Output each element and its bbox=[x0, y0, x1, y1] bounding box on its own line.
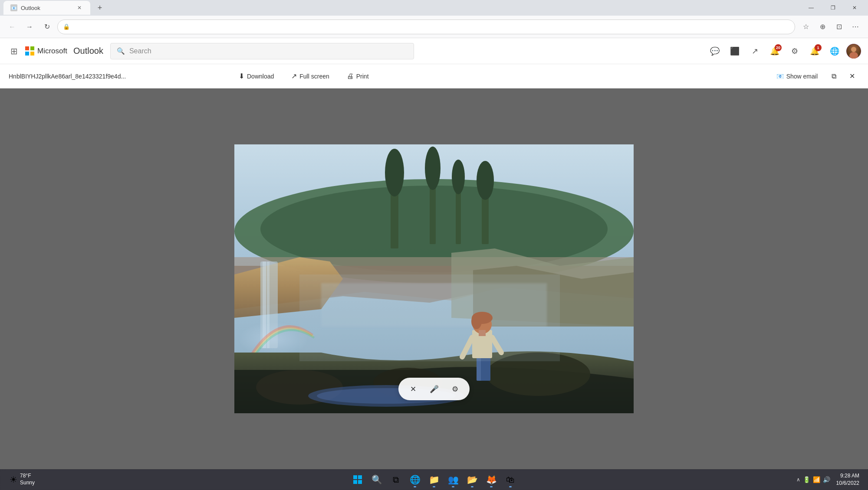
apps-icon: ⬛ bbox=[730, 46, 740, 56]
svg-rect-34 bbox=[353, 475, 357, 479]
apps-button[interactable]: ⬛ bbox=[727, 43, 743, 59]
taskbar-search-icon: 🔍 bbox=[372, 474, 382, 485]
show-email-button[interactable]: 📧 Show email bbox=[771, 70, 823, 82]
app-area: ⊞ Microsoft Outlook 🔍 Search bbox=[0, 38, 868, 469]
settings-button[interactable]: ⚙ bbox=[786, 43, 803, 59]
taskbar-filemanager-button[interactable]: 📂 bbox=[464, 471, 481, 488]
taskbar-time[interactable]: 9:28 AM 10/6/2022 bbox=[833, 470, 863, 489]
taskbar-search-button[interactable]: 🔍 bbox=[368, 471, 385, 488]
floating-toolbar: ✕ 🎤 ⚙ bbox=[398, 378, 470, 400]
chat-button[interactable]: 💬 bbox=[707, 43, 723, 59]
print-label: Print bbox=[356, 73, 369, 80]
titlebar-controls: — ❐ ✕ bbox=[801, 0, 865, 16]
back-button[interactable]: ← bbox=[5, 20, 19, 34]
taskview-icon: ⧉ bbox=[393, 475, 399, 485]
forward-button[interactable]: → bbox=[23, 20, 36, 34]
minimize-button[interactable]: — bbox=[801, 0, 821, 16]
viewer-filename: HnblBIYHJ2pllkAe86arl_8e1423321f9e4d... bbox=[9, 73, 226, 80]
float-close-icon: ✕ bbox=[410, 385, 416, 394]
viewer-close-button[interactable]: ✕ bbox=[845, 69, 859, 84]
open-new-window-button[interactable]: ⧉ bbox=[826, 69, 841, 84]
fullscreen-label: Full screen bbox=[299, 73, 329, 80]
float-mic-button[interactable]: 🎤 bbox=[426, 381, 442, 397]
teams-active-indicator bbox=[452, 486, 454, 487]
collections-button[interactable]: ⊕ bbox=[815, 20, 830, 34]
taskbar-start-button[interactable] bbox=[349, 471, 366, 488]
extensions-button[interactable]: ⊡ bbox=[832, 20, 846, 34]
alerts-button[interactable]: 🔔 1 bbox=[806, 43, 823, 59]
print-icon: 🖨 bbox=[347, 72, 354, 80]
search-icon: 🔍 bbox=[117, 47, 125, 55]
ms-logo[interactable]: Microsoft bbox=[25, 46, 67, 56]
show-email-label: Show email bbox=[786, 73, 818, 80]
viewer-close-icon: ✕ bbox=[849, 72, 855, 80]
ms-logo-text: Microsoft bbox=[37, 47, 67, 56]
open-new-window-icon: ⧉ bbox=[832, 72, 836, 80]
notifications-badge: 20 bbox=[775, 44, 782, 51]
show-email-icon: 📧 bbox=[776, 73, 784, 80]
taskbar-edge-button[interactable]: 🌐 bbox=[406, 471, 424, 488]
tab-title: Outlook bbox=[21, 5, 40, 11]
image-display-area: ✕ 🎤 ⚙ bbox=[0, 88, 868, 469]
viewer-right-actions: 📧 Show email ⧉ ✕ bbox=[771, 69, 859, 84]
outlook-app-name: Outlook bbox=[73, 46, 103, 56]
feedback-button[interactable]: ↗ bbox=[746, 43, 763, 59]
download-label: Download bbox=[247, 73, 274, 80]
wifi-icon[interactable]: 📶 bbox=[813, 476, 820, 483]
battery-icon[interactable]: 🔋 bbox=[803, 476, 810, 483]
store-active-indicator bbox=[509, 486, 512, 487]
browser-toolbar: ← → ↻ 🔒 ☆ ⊕ ⊡ ⋯ bbox=[0, 16, 868, 38]
download-button[interactable]: ⬇ Download bbox=[234, 69, 278, 83]
system-tray-expand[interactable]: ∧ bbox=[796, 477, 800, 483]
close-button[interactable]: ✕ bbox=[845, 0, 865, 16]
new-tab-button[interactable]: + bbox=[94, 2, 106, 14]
waffle-menu-icon[interactable]: ⊞ bbox=[7, 44, 21, 58]
explorer-icon: 📁 bbox=[429, 474, 440, 485]
menu-button[interactable]: ⋯ bbox=[848, 20, 863, 34]
photo-svg bbox=[234, 144, 634, 413]
browser-frame: 📧 Outlook ✕ + — ❐ ✕ ← → ↻ 🔒 ☆ ⊕ ⊡ ⋯ bbox=[0, 0, 868, 490]
svg-rect-33 bbox=[299, 274, 560, 361]
address-bar[interactable]: 🔒 bbox=[57, 20, 795, 34]
browser-tab[interactable]: 📧 Outlook ✕ bbox=[3, 1, 90, 15]
windows-logo bbox=[353, 475, 362, 484]
tab-close-button[interactable]: ✕ bbox=[76, 4, 83, 12]
svg-point-13 bbox=[477, 161, 494, 200]
notifications-button[interactable]: 🔔 20 bbox=[766, 43, 783, 59]
edge-icon-btn[interactable]: 🌐 bbox=[826, 43, 843, 59]
taskbar-firefox-button[interactable]: 🦊 bbox=[483, 471, 500, 488]
chat-icon: 💬 bbox=[710, 46, 720, 56]
outlook-header: ⊞ Microsoft Outlook 🔍 Search bbox=[0, 38, 868, 64]
float-close-button[interactable]: ✕ bbox=[405, 381, 421, 397]
main-content: 🔔 ✉ 👤 👥 ✔ 📄 👫 bbox=[0, 64, 868, 469]
fullscreen-button[interactable]: ↗ Full screen bbox=[287, 69, 333, 83]
weather-condition: Sunny bbox=[20, 480, 35, 487]
svg-point-1 bbox=[851, 47, 856, 52]
weather-text: 78°F Sunny bbox=[20, 473, 35, 486]
avatar[interactable] bbox=[846, 44, 861, 59]
search-placeholder: Search bbox=[129, 47, 151, 55]
search-box[interactable]: 🔍 Search bbox=[110, 43, 414, 59]
taskbar-teams-button[interactable]: 👥 bbox=[444, 471, 462, 488]
print-button[interactable]: 🖨 Print bbox=[342, 70, 373, 83]
float-settings-icon: ⚙ bbox=[452, 385, 458, 394]
date-display: 10/6/2022 bbox=[836, 480, 859, 487]
taskbar-explorer-button[interactable]: 📁 bbox=[425, 471, 443, 488]
teams-app-icon: 👥 bbox=[448, 474, 459, 485]
lock-icon: 🔒 bbox=[63, 23, 70, 30]
taskbar-weather[interactable]: ☀ 78°F Sunny bbox=[5, 471, 39, 488]
restore-button[interactable]: ❐ bbox=[823, 0, 843, 16]
refresh-button[interactable]: ↻ bbox=[40, 20, 54, 34]
favorites-button[interactable]: ☆ bbox=[799, 20, 813, 34]
taskbar-store-button[interactable]: 🛍 bbox=[502, 471, 519, 488]
tab-favicon: 📧 bbox=[10, 4, 17, 11]
taskbar-taskview-button[interactable]: ⧉ bbox=[387, 471, 404, 488]
float-mic-icon: 🎤 bbox=[430, 385, 439, 394]
weather-icon: ☀ bbox=[10, 474, 17, 485]
float-settings-button[interactable]: ⚙ bbox=[447, 381, 463, 397]
svg-point-9 bbox=[425, 147, 441, 190]
volume-icon[interactable]: 🔊 bbox=[823, 476, 830, 483]
taskbar-right: ∧ 🔋 📶 🔊 9:28 AM 10/6/2022 bbox=[796, 470, 863, 489]
time-display: 9:28 AM bbox=[836, 472, 859, 480]
store-icon: 🛍 bbox=[506, 475, 515, 485]
